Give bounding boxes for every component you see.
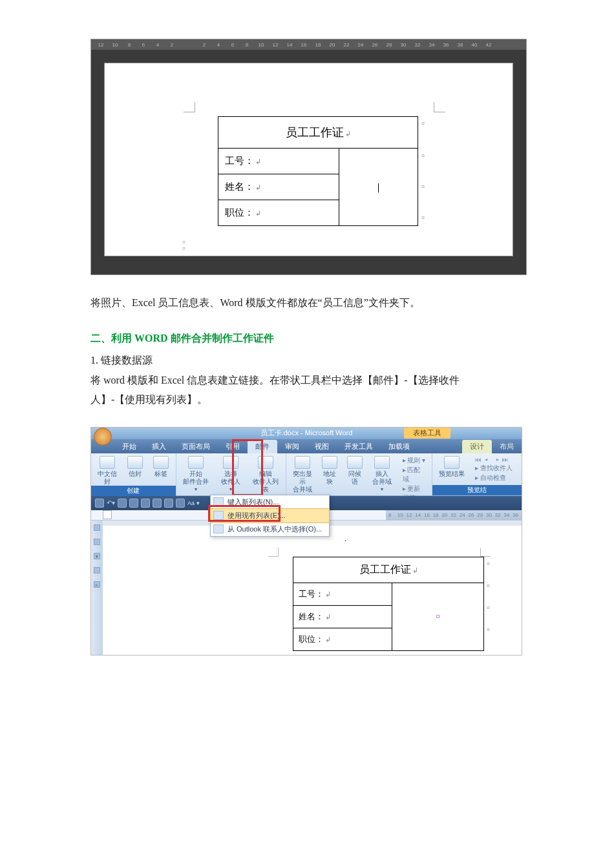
item-1-title: 1. 链接数据源 [90,351,527,370]
tab-insert[interactable]: 插入 [144,440,174,453]
card2-row3: 职位：↲ [293,628,392,650]
envelope-icon [100,456,115,469]
ruler-tick: 2 [197,42,211,48]
fig1-paper: ¤ ¤ ¤ ¤ 员工工作证↲ 工号：↲ 姓名：↲ 职位：↲ ¤¤ [104,63,513,256]
field-icon [374,456,390,469]
ruler-tick: 16 [424,512,433,518]
btn-address-block[interactable]: 地址块 [320,456,339,486]
para-mark: ↲ [325,613,331,621]
btn-greeting[interactable]: 问候语 [346,456,365,486]
btn-edit-recipients[interactable]: 编辑收件人列表 [251,456,280,493]
dd-outlook[interactable]: 从 Outlook 联系人中选择(O)... [211,522,329,536]
ribbon-tabs: 开始 插入 页面布局 引用 邮件 审阅 视图 开发工具 加载项 设计 布局 [91,439,522,453]
nav-record[interactable]: ⏮ ◀ ▶ ⏭ [475,456,513,463]
ruler-tick: 40 [467,42,482,48]
btn-insert-field[interactable]: 插入合并域▾ [371,456,393,493]
ruler-tick: 4 [151,42,165,48]
figure-1-word-table: 12 10 8 6 4 2 2 4 6 8 10 12 14 16 18 20 … [90,39,527,275]
cell-marker: ¤ [487,561,490,567]
cell-marker: ¤ [421,152,425,159]
para-mark: ↲ [325,636,331,643]
ruler-tick: 38 [453,42,467,48]
row-id-label: 工号：↲ [218,149,339,174]
para-mark: ↲ [255,209,261,217]
tab-addins[interactable]: 加载项 [381,440,418,453]
card2-photo: ¤ [392,583,484,650]
qat-icon[interactable] [176,499,185,508]
card2-row1: 工号：↲ [293,583,392,605]
vertical-ruler: ▾ ▹ [91,521,103,655]
opt-auto[interactable]: ▸ 自动检查 [475,473,513,482]
ruler-tick: 12 [268,42,282,48]
btn-select-recipients[interactable]: 选择收件人▾ [217,456,245,493]
tab-view[interactable]: 视图 [307,440,337,453]
btn-envelope[interactable]: 信封 [125,456,145,478]
crop-mark [480,548,491,557]
btn-chinese-envelope[interactable]: 中文信封 [96,456,119,486]
photo-cell [339,149,418,226]
save-icon[interactable] [95,499,104,508]
office-button[interactable] [94,428,112,446]
btn-label[interactable]: 标签 [151,456,171,478]
crop-mark [268,548,279,557]
ruler-tick: 26 [469,512,478,518]
para-mark: ↲ [412,566,418,574]
ruler-tick: 22 [450,512,460,518]
tab-mail[interactable]: 邮件 [248,440,277,453]
qat-icon[interactable] [141,499,150,508]
cell-marker: ¤ [487,604,490,611]
para-mark: ↲ [255,183,261,191]
qat-icon[interactable] [129,499,138,508]
tab-start[interactable]: 开始 [114,440,144,453]
vmark: ▹ [94,581,100,588]
vmark [94,539,100,545]
paragraph-1: 将照片、Excel 员工信息表、Word 模版文件都放在“员工信息”文件夹下。 [90,293,527,313]
tab-tablelayout[interactable]: 布局 [492,440,522,453]
opt-rules[interactable]: ▸ 规则 ▾ [403,456,427,465]
address-icon [322,456,337,469]
ruler-tick: 20 [325,42,339,48]
qat-icon[interactable] [164,499,173,508]
tab-layout[interactable]: 页面布局 [174,440,218,453]
vmark: ▾ [94,553,100,559]
btn-highlight-fields[interactable]: 突出显示合并域 [291,456,313,493]
tab-review[interactable]: 审阅 [277,440,307,453]
opt-find[interactable]: ▸ 查找收件人 [475,464,513,473]
dd-new-list[interactable]: 键入新列表(N)... [211,495,329,509]
ruler-tick: 12 [94,42,108,48]
undo-icon[interactable]: ↶▾ [107,499,115,506]
btn-start-merge[interactable]: 开始邮件合并▾ [182,456,210,493]
qat-icon[interactable] [118,499,127,508]
employee-card-table: 员工工作证↲ 工号：↲ 姓名：↲ 职位：↲ [218,116,418,226]
ruler-tick: 18 [433,512,442,518]
cell-marker: ¤ [421,183,425,190]
btn-preview[interactable]: 预览结果 [438,456,466,478]
vmark [94,524,100,531]
tab-design[interactable]: 设计 [462,440,492,453]
opt-match[interactable]: ▸ 匹配域 [403,466,427,484]
recipients-icon [223,456,238,469]
cell-marker: ¤ [487,583,490,589]
tab-ref[interactable]: 引用 [218,440,248,453]
window-titlebar: 员工卡.docx - Microsoft Word 表格工具 [91,428,522,439]
ruler-tick: 6 [136,42,151,48]
dd-use-existing[interactable]: 使用现有列表(E)... [210,508,330,523]
mailmerge-icon [188,456,204,469]
section-2-title: 二、利用 WORD 邮件合并制作工作证件 [90,332,527,346]
ruler-tick: 34 [425,42,439,48]
crop-mark-tr [434,102,445,112]
edit-icon [258,456,273,469]
ruler-tick: 26 [368,42,382,48]
ruler-tick: 30 [486,512,495,518]
para-mark: ↲ [255,158,261,165]
document-canvas[interactable]: . 员工工作证↲ 工号：↲ ¤ 姓名：↲ 职位：↲ ¤ ¤ ¤ [103,521,522,655]
qat-icon[interactable] [153,499,162,508]
ruler-tick: 20 [441,512,450,518]
text-cursor [378,183,379,192]
ruler-tick: 10 [108,42,122,48]
qat-more[interactable]: Aa ▾ [187,500,200,506]
existing-list-icon [213,511,224,520]
tab-dev[interactable]: 开发工具 [337,440,381,453]
tab-indicator[interactable] [103,510,112,519]
ribbon-group-start: 开始邮件合并▾ 选择收件人▾ 编辑收件人列表 开 [176,453,286,495]
